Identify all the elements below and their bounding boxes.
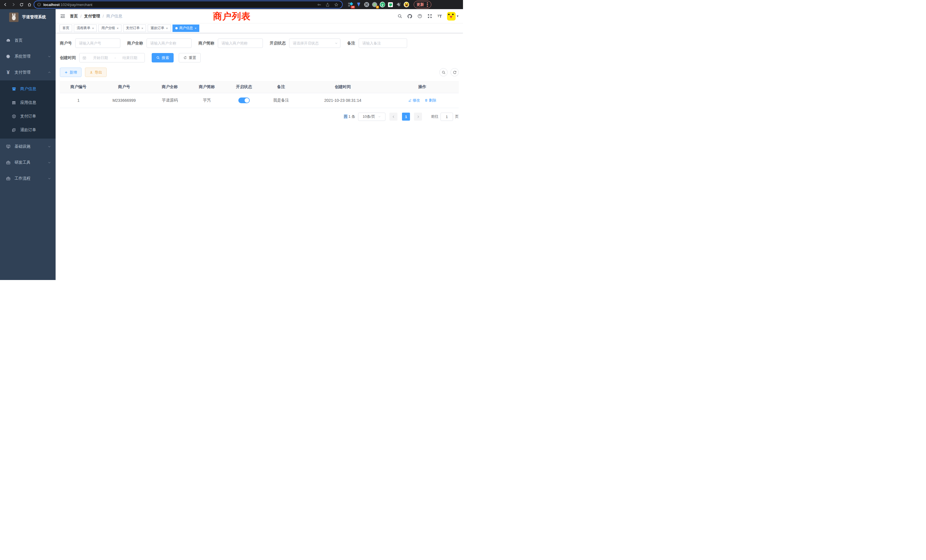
close-icon[interactable]: × [195, 27, 197, 30]
user-menu[interactable]: ▼ [447, 12, 459, 21]
sidebar-item-label: 支付管理 [15, 70, 44, 75]
app-title: 芋道管理系统 [22, 15, 46, 20]
status-select-input[interactable] [289, 38, 340, 48]
chevron-down-icon [48, 161, 51, 164]
cell-short-name: 芋艿 [188, 93, 225, 108]
sidebar-item-home[interactable]: 首页 [0, 32, 56, 48]
close-icon[interactable]: × [117, 27, 118, 30]
fullscreen-icon[interactable] [427, 14, 432, 19]
cell-status [225, 93, 263, 108]
short-name-input[interactable] [218, 38, 263, 48]
active-tab-dot [176, 27, 178, 29]
site-info-icon[interactable] [37, 3, 41, 6]
date-separator: - [115, 56, 116, 60]
browser-reload-button[interactable] [18, 2, 24, 8]
github-icon[interactable] [407, 14, 412, 19]
delete-link[interactable]: 删除 [425, 98, 436, 103]
cell-merchant-id: 1 [60, 93, 97, 108]
browser-menu-icon[interactable]: ••• [426, 2, 428, 7]
extension-chat-icon[interactable] [388, 2, 393, 8]
col-status: 开启状态 [225, 81, 263, 93]
sidebar: 芋道管理系统 首页 系统管理 ¥ 支付管理 [0, 9, 56, 280]
tab-label: 退款订单 [151, 26, 164, 30]
cell-full-name: 芋道源码 [151, 93, 188, 108]
tab-merchant-info[interactable]: 商户信息 × [172, 24, 199, 32]
font-size-icon[interactable]: TT [437, 14, 442, 19]
status-toggle[interactable] [238, 97, 250, 103]
add-button[interactable]: 新增 [60, 68, 82, 77]
tab-process-form[interactable]: 流程表单 × [74, 24, 97, 32]
tab-label: 支付订单 [126, 26, 140, 30]
sidebar-item-pay-order[interactable]: 支付订单 [0, 109, 56, 123]
sidebar-item-refund-order[interactable]: 退款订单 [0, 123, 56, 137]
sidebar-item-workflow[interactable]: 工作流程 [0, 171, 56, 186]
browser-update-button[interactable]: 更新 ••• [414, 1, 431, 8]
sidebar-item-app-info[interactable]: 应用信息 [0, 96, 56, 109]
browser-forward-button[interactable] [10, 2, 17, 8]
extension-command-icon[interactable]: ⌘ [364, 2, 369, 8]
refresh-icon[interactable] [451, 68, 459, 76]
sidebar-item-infra[interactable]: 基础设施 [0, 139, 56, 154]
extension-kite-icon[interactable] [356, 2, 361, 8]
sidebar-item-dev-tools[interactable]: 研发工具 [0, 154, 56, 171]
help-icon[interactable] [417, 14, 422, 19]
date-range-picker[interactable]: 开始日期 - 结束日期 [79, 53, 145, 62]
chevron-down-icon [48, 55, 51, 58]
close-icon[interactable]: × [141, 27, 143, 30]
page-size-select[interactable]: 10条/页 [358, 113, 386, 121]
user-avatar[interactable] [447, 12, 455, 21]
yen-icon: ¥ [6, 70, 11, 76]
sidebar-item-label: 研发工具 [15, 160, 44, 165]
share-icon[interactable] [324, 2, 331, 8]
sidebar-logo[interactable]: 芋道管理系统 [0, 9, 56, 25]
sidebar-item-label: 基础设施 [15, 144, 44, 149]
extension-recorder-icon[interactable]: 1 [372, 2, 377, 8]
search-button[interactable]: 搜索 [152, 53, 174, 62]
filter-status: 开启状态 [270, 38, 340, 48]
tab-user-group[interactable]: 用户分组 × [98, 24, 121, 32]
remark-input[interactable] [359, 38, 407, 48]
cell-create-time: 2021-10-23 08:31:14 [300, 93, 386, 108]
goto-label: 前往 [431, 114, 439, 119]
breadcrumb-section[interactable]: 支付管理 [84, 14, 100, 19]
profile-avatar-icon[interactable] [404, 2, 409, 8]
breadcrumb-home[interactable]: 首页 [70, 14, 78, 19]
close-icon[interactable]: × [166, 27, 168, 30]
goto-page-input[interactable] [440, 113, 453, 121]
status-select[interactable] [289, 38, 340, 48]
page-number-button[interactable]: 1 [402, 113, 410, 121]
bookmark-star-icon[interactable] [333, 2, 339, 8]
export-button[interactable]: 导出 [85, 68, 107, 77]
sidebar-item-system[interactable]: 系统管理 [0, 48, 56, 64]
sidebar-item-label: 系统管理 [15, 54, 44, 59]
extensions-puzzle-icon[interactable] [396, 2, 401, 8]
browser-home-button[interactable] [26, 2, 32, 8]
gear-icon [6, 54, 11, 59]
breadcrumb-separator: / [80, 14, 82, 18]
search-icon[interactable] [397, 14, 402, 19]
close-icon[interactable]: × [92, 27, 94, 30]
extension-y-icon[interactable]: y [380, 2, 385, 8]
prev-page-button[interactable] [389, 113, 398, 121]
full-name-input[interactable] [147, 38, 192, 48]
tab-pay-order[interactable]: 支付订单 × [123, 24, 146, 32]
sidebar-collapse-icon[interactable] [60, 13, 66, 20]
field-label: 商户号 [60, 41, 72, 46]
tab-home[interactable]: 首页 [60, 24, 72, 32]
add-button-label: 新增 [70, 70, 77, 75]
sidebar-item-merchant-info[interactable]: 商户信息 [0, 82, 56, 96]
reset-button[interactable]: 重置 [179, 53, 201, 62]
cell-actions: 修改 删除 [386, 93, 459, 108]
browser-back-button[interactable] [2, 2, 9, 8]
toggle-search-icon[interactable] [439, 68, 448, 76]
sidebar-item-pay[interactable]: ¥ 支付管理 [0, 64, 56, 80]
tab-refund-order[interactable]: 退款订单 × [148, 24, 171, 32]
merchant-no-input[interactable] [75, 38, 120, 48]
edit-link[interactable]: 修改 [408, 98, 420, 103]
col-short-name: 商户简称 [188, 81, 225, 93]
password-key-icon[interactable] [316, 2, 322, 8]
extension-tabs-icon[interactable]: 10 [348, 2, 353, 8]
chevron-down-icon [48, 177, 51, 180]
address-bar[interactable]: localhost:1024/pay/merchant [34, 1, 342, 8]
next-page-button[interactable] [414, 113, 422, 121]
